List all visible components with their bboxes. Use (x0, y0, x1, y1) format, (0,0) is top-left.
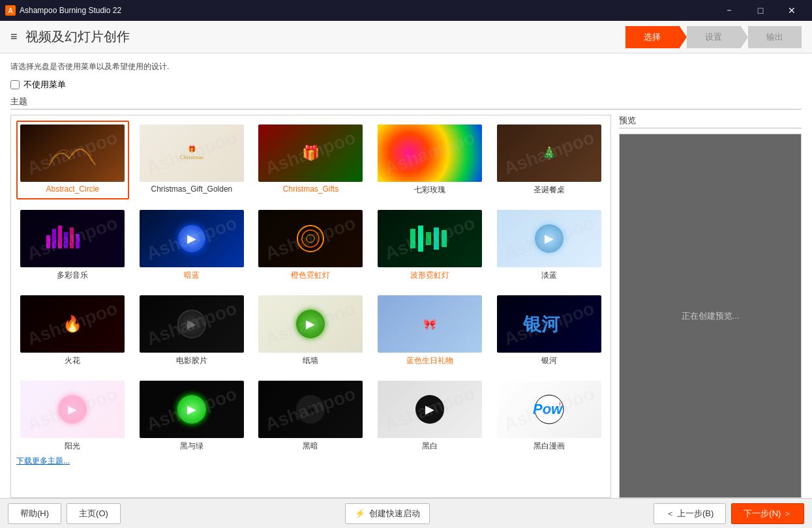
theme-item-paper[interactable]: ▶Ashampoo纸墙 (254, 291, 367, 370)
steps-bar: 选择 设置 输出 (625, 25, 802, 49)
theme-label-spark: 火花 (65, 355, 80, 366)
page-title: 视频及幻灯片创作 (25, 28, 625, 46)
download-link[interactable]: 下载更多主题... (16, 456, 605, 467)
theme-item-birthday[interactable]: 🎀Ashampoo蓝色生日礼物 (374, 291, 487, 370)
step-settings[interactable]: 设置 (687, 26, 740, 48)
prev-button[interactable]: ＜ 上一步(B) (654, 503, 726, 524)
theme-label-light_blue: 淡蓝 (541, 270, 557, 281)
theme-label-music: 多彩音乐 (57, 270, 88, 281)
svg-rect-3 (64, 232, 68, 248)
theme-label-roses: 七彩玫瑰 (414, 184, 445, 196)
svg-rect-4 (70, 227, 74, 248)
step-arrow-2 (740, 25, 748, 49)
titlebar: A Ashampoo Burning Studio 22 － □ ✕ (0, 0, 812, 21)
theme-thumb-bw_green: ▶Ashampoo (140, 381, 244, 438)
theme-thumb-birthday: 🎀Ashampoo (378, 295, 482, 353)
theme-item-christmas_gift_golden[interactable]: 🎁ChristmasAshampooChristmas_Gift_Golden (136, 121, 248, 199)
preview-label: 预览 (619, 115, 802, 128)
theme-label-bw_green: 黑与绿 (180, 441, 203, 452)
svg-text:银河: 银河 (522, 314, 560, 334)
theme-item-dark[interactable]: ♦Ashampoo黑暗 (254, 377, 367, 456)
theme-thumb-paper: ▶Ashampoo (258, 295, 363, 353)
thumb-inner: 银河 (497, 295, 601, 353)
theme-item-christmas_gifts[interactable]: 🎁AshampooChristmas_Gifts (254, 121, 367, 199)
thumb-inner (258, 210, 363, 267)
thumb-inner: Pow! (497, 381, 601, 438)
thumb-inner: ▶ (258, 295, 363, 353)
theme-label-xmas_table: 圣诞餐桌 (534, 184, 565, 196)
theme-item-roses[interactable]: Ashampoo七彩玫瑰 (374, 121, 487, 199)
theme-item-spark[interactable]: 🔥Ashampoo火花 (16, 291, 129, 370)
no-menu-label: 不使用菜单 (23, 79, 66, 91)
theme-item-light_blue[interactable]: ▶Ashampoo淡蓝 (492, 206, 605, 285)
thumb-inner: 🔥 (20, 295, 125, 353)
thumb-inner: ▶ (140, 295, 244, 353)
theme-label-paper: 纸墙 (303, 355, 318, 366)
maximize-button[interactable]: □ (745, 0, 775, 21)
theme-thumb-film: ▶Ashampoo (140, 295, 244, 353)
preview-area: 预览 正在创建预览... (619, 115, 802, 498)
theme-thumb-bw_comic: Pow!Ashampoo (497, 381, 601, 438)
theme-thumb-galaxy: 银河Ashampoo (497, 295, 601, 353)
thumb-inner: 🎁 (258, 125, 363, 182)
step-output[interactable]: 输出 (748, 26, 802, 48)
quick-start-button[interactable]: ⚡ 创建快速启动 (345, 503, 430, 524)
theme-item-xmas_table[interactable]: 🎄Ashampoo圣诞餐桌 (492, 121, 605, 199)
quick-start-icon: ⚡ (355, 508, 365, 518)
step-select[interactable]: 选择 (625, 26, 679, 48)
theme-item-film[interactable]: ▶Ashampoo电影胶片 (136, 291, 248, 370)
theme-item-music[interactable]: Ashampoo多彩音乐 (16, 206, 129, 285)
theme-item-galaxy[interactable]: 银河Ashampoo银河 (492, 291, 605, 370)
thumb-inner: ▶ (140, 210, 244, 267)
theme-item-bw_comic[interactable]: Pow!Ashampoo黑白漫画 (492, 377, 605, 456)
preview-loading-text: 正在创建预览... (682, 310, 740, 322)
theme-thumb-christmas_gifts: 🎁Ashampoo (258, 125, 363, 182)
theme-item-orange_neon[interactable]: Ashampoo橙色霓虹灯 (254, 206, 367, 285)
theme-area: AshampooAbstract_Circle🎁ChristmasAshampo… (10, 115, 611, 498)
theme-item-bw[interactable]: ▶Ashampoo黑白 (374, 377, 487, 456)
theme-thumb-sun: ▶Ashampoo (20, 381, 125, 438)
home-button[interactable]: 主页(O) (67, 503, 121, 524)
theme-item-abstract_circle[interactable]: AshampooAbstract_Circle (16, 121, 129, 199)
theme-label-sun: 阳光 (65, 441, 80, 452)
svg-point-7 (302, 230, 319, 247)
help-button[interactable]: 帮助(H) (8, 503, 61, 524)
thumb-inner (378, 210, 482, 267)
theme-thumb-orange_neon: Ashampoo (258, 210, 363, 267)
theme-item-wave_neon[interactable]: Ashampoo波形霓虹灯 (374, 206, 487, 285)
close-button[interactable]: ✕ (777, 0, 807, 21)
theme-thumb-dark_blue: ▶Ashampoo (140, 210, 244, 267)
theme-label-bw_comic: 黑白漫画 (534, 441, 565, 452)
theme-item-sun[interactable]: ▶Ashampoo阳光 (16, 377, 129, 456)
minimize-button[interactable]: － (714, 0, 744, 21)
svg-rect-13 (442, 230, 447, 247)
no-menu-checkbox[interactable] (10, 80, 20, 89)
bottombar: 帮助(H) 主页(O) ⚡ 创建快速启动 ＜ 上一步(B) 下一步(N) ＞ (0, 498, 812, 528)
theme-label-orange_neon: 橙色霓虹灯 (291, 270, 330, 281)
preview-box: 正在创建预览... (619, 134, 802, 498)
theme-item-bw_green[interactable]: ▶Ashampoo黑与绿 (136, 377, 248, 456)
theme-thumb-light_blue: ▶Ashampoo (497, 210, 601, 267)
theme-item-dark_blue[interactable]: ▶Ashampoo暗蓝 (136, 206, 248, 285)
theme-thumb-music: Ashampoo (20, 210, 125, 267)
theme-thumb-dark: ♦Ashampoo (258, 381, 363, 438)
svg-rect-0 (46, 235, 50, 248)
theme-thumb-christmas_gift_golden: 🎁ChristmasAshampoo (140, 125, 244, 182)
app-icon: A (5, 5, 16, 16)
svg-point-8 (307, 235, 314, 242)
svg-rect-2 (58, 226, 62, 248)
thumb-inner: ▶ (20, 381, 125, 438)
thumb-inner: 🎁Christmas (140, 125, 244, 182)
next-button[interactable]: 下一步(N) ＞ (731, 503, 804, 524)
theme-label-galaxy: 银河 (541, 355, 557, 366)
no-menu-row: 不使用菜单 (10, 79, 802, 91)
svg-rect-10 (418, 226, 423, 252)
content-area: 请选择光盘是否使用菜单以及希望使用的设计. 不使用菜单 主题 AshampooA… (0, 53, 812, 498)
theme-thumb-abstract_circle: Ashampoo (20, 125, 125, 182)
theme-label-dark_blue: 暗蓝 (184, 270, 200, 281)
theme-thumb-xmas_table: 🎄Ashampoo (497, 125, 601, 182)
menu-icon[interactable]: ≡ (10, 30, 18, 44)
theme-grid-container[interactable]: AshampooAbstract_Circle🎁ChristmasAshampo… (10, 115, 611, 498)
thumb-inner (378, 125, 482, 182)
theme-label-wave_neon: 波形霓虹灯 (410, 270, 449, 281)
